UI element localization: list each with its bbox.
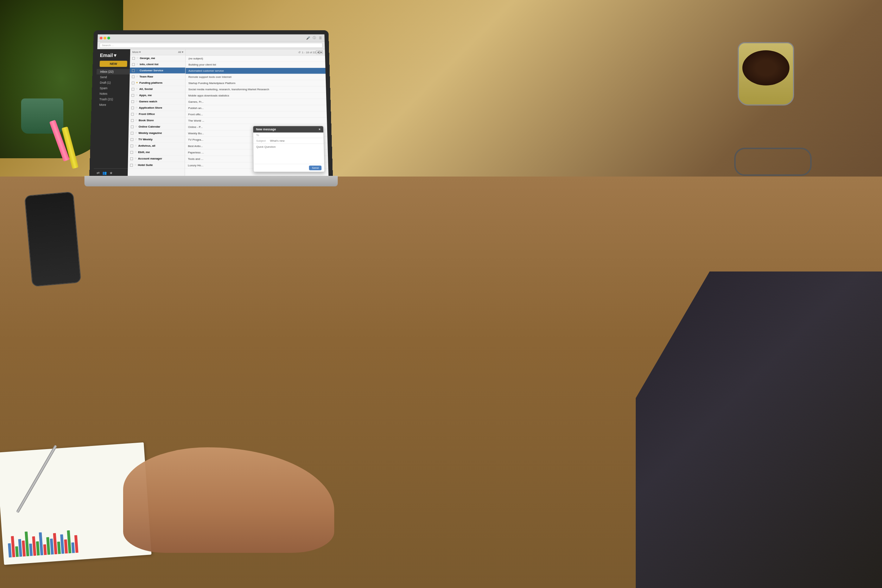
- checkbox[interactable]: [131, 113, 134, 116]
- chart-bar: [29, 544, 33, 556]
- subject-value: What's new: [270, 139, 285, 142]
- list-item[interactable]: ☆Online Calendar: [129, 124, 185, 130]
- more-filter[interactable]: More ▾: [132, 51, 141, 54]
- checkbox[interactable]: [131, 94, 134, 97]
- info-icon[interactable]: ⓘ: [312, 36, 316, 40]
- send-button[interactable]: Send: [309, 166, 322, 170]
- list-item[interactable]: ☆Account manager: [128, 156, 185, 162]
- list-item[interactable]: ☆Ebill, me: [128, 149, 185, 156]
- close-button[interactable]: [99, 37, 102, 39]
- star-icon[interactable]: ☆: [135, 112, 137, 116]
- list-item[interactable]: ☆Application Store: [129, 105, 185, 111]
- subject-item[interactable]: Startup Funding Marketplace Platform: [185, 80, 326, 87]
- star-icon[interactable]: ☆: [136, 69, 138, 72]
- star-icon[interactable]: ☆: [135, 132, 137, 134]
- sidebar-item-notes[interactable]: Notes: [96, 91, 129, 97]
- refresh-icon[interactable]: ↺: [298, 51, 301, 54]
- checkbox[interactable]: [132, 69, 135, 72]
- topbar-right: 🎤 ⓘ ☰: [306, 36, 322, 40]
- list-item[interactable]: ☆Apps, me: [129, 93, 185, 99]
- all-filter[interactable]: All ▾: [178, 51, 183, 54]
- list-item[interactable]: ☆All, Social: [129, 86, 185, 93]
- checkbox[interactable]: [131, 138, 133, 141]
- minimize-button[interactable]: [104, 37, 106, 39]
- scroll-left[interactable]: ◀: [316, 51, 319, 54]
- chart-bar: [50, 538, 54, 554]
- star-icon[interactable]: ☆: [135, 144, 137, 147]
- checkbox[interactable]: [130, 151, 133, 154]
- new-email-button[interactable]: NEW: [99, 61, 127, 67]
- sidebar-item-spam[interactable]: Spam: [96, 86, 129, 91]
- star-icon[interactable]: ☆: [136, 88, 138, 90]
- popup-close-icon[interactable]: ×: [319, 128, 320, 131]
- checkbox[interactable]: [132, 88, 134, 91]
- list-item[interactable]: ☆Front Office: [129, 111, 185, 117]
- subject-item-publish[interactable]: Publish an...: [185, 105, 327, 111]
- list-item[interactable]: ☆George, me: [130, 55, 185, 61]
- email-subject-column: ↺ 1 - 18 of 22 ◀ ▶ (no subject) Building…: [185, 49, 329, 179]
- contacts-icon[interactable]: 👥: [102, 171, 107, 175]
- list-item[interactable]: ☆Antivirus, all: [128, 143, 185, 149]
- star-icon[interactable]: ☆: [134, 157, 137, 160]
- list-item[interactable]: ☆Hotel Suite: [128, 162, 185, 168]
- checkbox[interactable]: [131, 106, 134, 110]
- checkbox[interactable]: [132, 76, 135, 78]
- sidebar-item-trash[interactable]: Trash (21): [96, 96, 129, 102]
- checkbox[interactable]: [131, 144, 133, 147]
- star-icon[interactable]: ☆: [134, 164, 137, 166]
- checkbox[interactable]: [131, 126, 134, 128]
- star-icon[interactable]: ☆: [135, 119, 137, 122]
- sidebar-item-send[interactable]: Send: [96, 75, 130, 80]
- star-icon[interactable]: ☆: [135, 106, 138, 109]
- subject-item[interactable]: Front offic...: [185, 111, 327, 118]
- checkbox[interactable]: [131, 132, 133, 135]
- starred-icon[interactable]: ★: [110, 171, 113, 175]
- checkbox[interactable]: [131, 100, 134, 103]
- popup-body-field[interactable]: Quick Question: [253, 144, 325, 164]
- filter-icon[interactable]: ⇄: [96, 171, 99, 175]
- star-icon[interactable]: ☆: [135, 125, 137, 128]
- subject-item[interactable]: Remote support tools over Internet: [185, 74, 325, 81]
- star-icon[interactable]: ☆: [136, 75, 138, 78]
- star-icon[interactable]: ☆: [135, 138, 137, 141]
- sidebar-item-inbox[interactable]: Inbox (22): [97, 69, 130, 75]
- maximize-button[interactable]: [107, 37, 110, 39]
- list-item[interactable]: ☆Team Raw: [129, 74, 185, 80]
- popup-subject-field[interactable]: Subject What's new: [253, 138, 324, 144]
- laptop-base: [84, 176, 338, 186]
- sidebar-item-draft[interactable]: Draft (1): [96, 80, 130, 86]
- list-item[interactable]: ★Funding platform: [129, 80, 185, 86]
- list-item[interactable]: ☆Book Store: [129, 117, 185, 124]
- checkbox[interactable]: [131, 119, 134, 122]
- star-icon[interactable]: ☆: [135, 93, 138, 96]
- subject-item-selected[interactable]: Automated customer service: [186, 68, 326, 74]
- star-icon[interactable]: ☆: [134, 150, 137, 153]
- list-item[interactable]: ☆Info, client list: [130, 62, 185, 68]
- subject-item[interactable]: Games, Fr...: [185, 99, 326, 105]
- star-icon[interactable]: ☆: [135, 100, 138, 103]
- star-icon[interactable]: ★: [136, 81, 138, 84]
- star-icon[interactable]: ☆: [136, 63, 138, 66]
- subject-item[interactable]: Mobile apps downloads statistics: [185, 93, 326, 99]
- subject-item[interactable]: Building your client list: [186, 62, 325, 68]
- search-input[interactable]: Search ...: [99, 43, 323, 48]
- list-item-selected[interactable]: ☆Customer Service: [130, 68, 185, 74]
- subject-item[interactable]: (no subject): [186, 56, 325, 62]
- subject-item[interactable]: The World ...: [185, 118, 327, 124]
- checkbox[interactable]: [132, 82, 134, 84]
- list-item[interactable]: ☆TV Weekly: [128, 136, 185, 143]
- search-bar: Search ...: [98, 42, 325, 49]
- chart-bar: [64, 540, 68, 554]
- checkbox[interactable]: [132, 57, 135, 60]
- sidebar-item-more[interactable]: More: [96, 102, 129, 108]
- subject-item[interactable]: Social media marketing, research, transf…: [185, 87, 326, 93]
- checkbox[interactable]: [130, 157, 133, 160]
- microphone-icon[interactable]: 🎤: [306, 36, 310, 40]
- checkbox[interactable]: [132, 63, 135, 66]
- scroll-right[interactable]: ▶: [319, 51, 323, 54]
- list-item[interactable]: ☆Weekly magazine: [128, 130, 185, 136]
- list-item[interactable]: ☆Games watch: [129, 99, 185, 105]
- checkbox[interactable]: [130, 164, 133, 167]
- hamburger-icon[interactable]: ☰: [319, 36, 323, 40]
- star-icon[interactable]: ☆: [136, 57, 138, 59]
